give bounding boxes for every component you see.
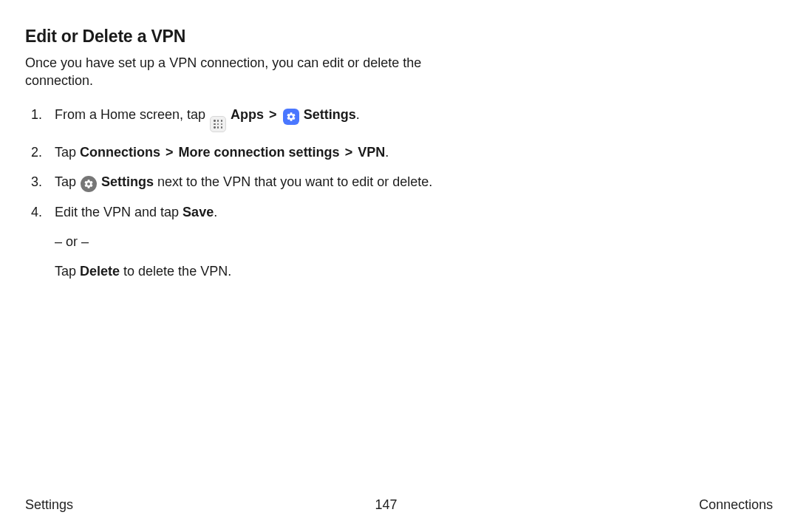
save-label: Save — [183, 205, 214, 219]
page-footer: Settings 147 Connections — [0, 497, 798, 513]
settings-icon — [283, 109, 299, 125]
step-text: . — [356, 107, 360, 122]
bold-label: Connections — [80, 145, 160, 160]
step-text: to delete the VPN. — [120, 264, 231, 279]
page-content: Edit or Delete a VPN Once you have set u… — [25, 27, 439, 281]
chevron-right-icon: > — [267, 107, 279, 122]
gear-icon — [81, 176, 97, 192]
step-alt: Tap Delete to delete the VPN. — [25, 262, 439, 281]
or-divider: – or – — [25, 232, 439, 251]
section-heading: Edit or Delete a VPN — [25, 27, 439, 47]
intro-paragraph: Once you have set up a VPN connection, y… — [25, 54, 439, 90]
steps-list: From a Home screen, tap Apps > Settings.… — [25, 105, 439, 222]
footer-left: Settings — [25, 497, 73, 513]
bold-label: More connection settings — [179, 145, 340, 160]
step-text: next to the VPN that you want to edit or… — [154, 174, 432, 189]
apps-label: Apps — [231, 107, 264, 122]
delete-label: Delete — [80, 264, 120, 279]
step-3: Tap Settings next to the VPN that you wa… — [25, 172, 439, 192]
settings-label: Settings — [304, 107, 356, 122]
settings-label: Settings — [101, 174, 154, 189]
chevron-right-icon: > — [344, 145, 355, 160]
step-text: From a Home screen, tap — [55, 107, 209, 122]
chevron-right-icon: > — [164, 145, 175, 160]
step-text: Tap — [55, 145, 80, 160]
page-number: 147 — [375, 497, 397, 513]
step-4: Edit the VPN and tap Save. — [25, 202, 439, 222]
step-text: . — [385, 145, 389, 160]
bold-label: VPN — [358, 145, 385, 160]
step-1: From a Home screen, tap Apps > Settings. — [25, 105, 439, 132]
step-text: Tap — [55, 264, 80, 279]
apps-icon — [210, 116, 226, 132]
footer-right: Connections — [699, 497, 773, 513]
step-text: . — [214, 205, 217, 219]
step-text: Edit the VPN and tap — [55, 205, 183, 219]
step-text: Tap — [55, 174, 80, 189]
step-2: Tap Connections > More connection settin… — [25, 143, 439, 162]
